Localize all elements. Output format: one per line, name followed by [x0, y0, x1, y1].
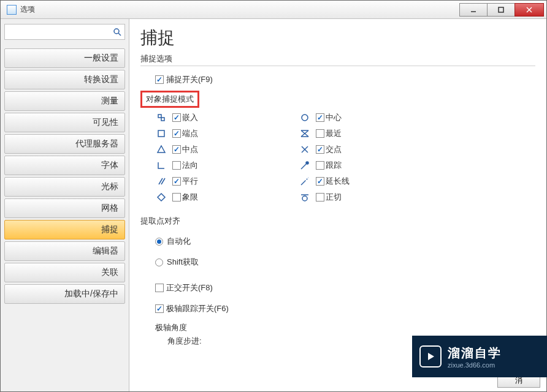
maximize-button[interactable] — [487, 3, 515, 17]
polar-checkbox[interactable] — [155, 304, 164, 313]
snap-tangent-label: 正切 — [326, 192, 413, 203]
search-icon — [112, 27, 122, 37]
snap-track-checkbox[interactable] — [316, 161, 324, 170]
section-snap-options: 捕捉选项 — [140, 53, 535, 66]
snap-perpendicular-label: 法向 — [182, 160, 262, 171]
align-auto-label: 自动化 — [167, 236, 191, 247]
page-title: 捕捉 — [140, 26, 535, 50]
svg-marker-26 — [428, 353, 434, 360]
svg-rect-1 — [499, 7, 503, 12]
align-shift-label: Shift获取 — [167, 257, 199, 268]
extension-icon — [299, 175, 311, 187]
snap-nearest-label: 最近 — [326, 128, 413, 139]
nav-proxy[interactable]: 代理服务器 — [4, 134, 125, 154]
sidebar: 一般设置 转换设置 测量 可见性 代理服务器 字体 光标 网格 捕捉 编辑器 关… — [1, 19, 129, 391]
svg-line-5 — [118, 33, 121, 36]
nav-snap[interactable]: 捕捉 — [4, 220, 125, 239]
snap-nearest-checkbox[interactable] — [316, 129, 324, 138]
nearest-icon — [299, 127, 311, 140]
snap-toggle-label: 捕捉开关(F9) — [166, 74, 213, 85]
snap-tangent-checkbox[interactable] — [316, 193, 324, 202]
snap-quadrant-checkbox[interactable] — [172, 193, 181, 202]
midpoint-icon — [155, 143, 167, 156]
svg-point-18 — [306, 162, 308, 164]
align-auto-radio[interactable] — [155, 238, 163, 246]
snap-track-label: 跟踪 — [326, 160, 413, 171]
search-input[interactable] — [7, 26, 112, 38]
nav-visibility[interactable]: 可见性 — [4, 113, 125, 132]
watermark-main: 溜溜自学 — [448, 345, 502, 361]
svg-line-22 — [305, 178, 308, 181]
watermark: 溜溜自学 zixue.3d66.com — [412, 336, 547, 377]
snap-extension-label: 延长线 — [326, 176, 413, 187]
svg-point-24 — [302, 196, 307, 201]
window-title: 选项 — [20, 4, 460, 15]
nav-general[interactable]: 一般设置 — [4, 48, 125, 68]
svg-point-4 — [114, 29, 119, 34]
snap-toggle-checkbox[interactable] — [155, 75, 164, 84]
snap-center-checkbox[interactable] — [316, 113, 324, 122]
snap-quadrant-label: 象限 — [182, 192, 262, 203]
snap-perpendicular-checkbox[interactable] — [172, 161, 181, 170]
intersection-icon — [299, 143, 311, 156]
osnap-mode-highlight: 对象捕捉模式 — [140, 91, 199, 108]
snap-insert-checkbox[interactable] — [172, 113, 181, 122]
snap-parallel-checkbox[interactable] — [172, 177, 181, 186]
nav-font[interactable]: 字体 — [4, 156, 125, 175]
snap-midpoint-checkbox[interactable] — [172, 145, 181, 154]
osnap-mode-label: 对象捕捉模式 — [146, 94, 194, 104]
nav-link[interactable]: 关联 — [4, 263, 125, 282]
svg-marker-23 — [158, 194, 165, 201]
play-icon — [419, 345, 442, 368]
svg-marker-14 — [158, 146, 165, 153]
snap-insert-label: 嵌入 — [182, 112, 262, 123]
snap-intersection-label: 交点 — [326, 144, 413, 155]
nav-measure[interactable]: 测量 — [4, 91, 125, 111]
nav-editor[interactable]: 编辑器 — [4, 241, 125, 261]
quadrant-icon — [155, 191, 167, 203]
polar-label: 极轴跟踪开关(F6) — [166, 303, 229, 314]
nav-grid[interactable]: 网格 — [4, 198, 125, 218]
center-icon — [299, 111, 311, 124]
svg-line-17 — [301, 164, 306, 169]
snap-endpoint-label: 端点 — [182, 128, 262, 139]
svg-rect-7 — [161, 118, 164, 121]
nav-cursor[interactable]: 光标 — [4, 177, 125, 197]
titlebar: 选项 — [1, 1, 546, 19]
snap-extension-checkbox[interactable] — [316, 177, 324, 186]
align-shift-radio[interactable] — [155, 258, 163, 266]
insert-icon — [155, 111, 167, 124]
snap-modes-grid: 嵌入中心端点最近中点交点法向跟踪平行延长线象限正切 — [155, 111, 413, 203]
svg-line-21 — [301, 181, 305, 185]
ortho-checkbox[interactable] — [155, 284, 164, 292]
ortho-label: 正交开关(F8) — [166, 282, 213, 293]
snap-intersection-checkbox[interactable] — [316, 145, 324, 154]
minimize-button[interactable] — [459, 3, 488, 17]
nav-convert[interactable]: 转换设置 — [4, 70, 125, 89]
app-icon — [7, 5, 17, 15]
search-input-wrap[interactable] — [4, 24, 125, 40]
snap-center-label: 中心 — [326, 112, 413, 123]
nav-load-save[interactable]: 加载中/保存中 — [4, 284, 125, 304]
snap-midpoint-label: 中点 — [182, 144, 262, 155]
snap-endpoint-checkbox[interactable] — [172, 129, 181, 138]
perpendicular-icon — [155, 159, 167, 172]
section-align: 提取点对齐 — [140, 216, 535, 228]
watermark-sub: zixue.3d66.com — [448, 361, 502, 369]
snap-parallel-label: 平行 — [182, 176, 262, 187]
parallel-icon — [155, 175, 167, 187]
section-polar-angle: 极轴角度 — [155, 322, 535, 333]
track-icon — [299, 159, 311, 172]
endpoint-icon — [155, 127, 167, 140]
tangent-icon — [299, 191, 311, 203]
svg-point-8 — [302, 115, 308, 121]
svg-rect-9 — [158, 130, 164, 137]
close-button[interactable] — [514, 3, 544, 17]
